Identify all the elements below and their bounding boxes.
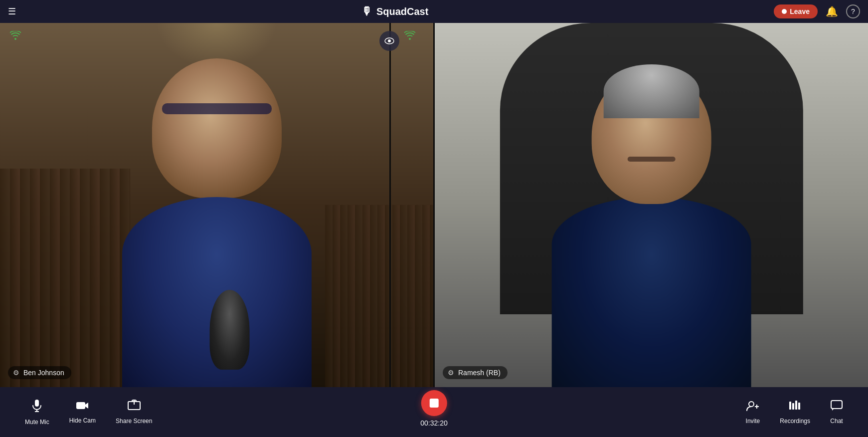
stop-recording-button[interactable] bbox=[421, 390, 447, 416]
name-badge-left: ⚙ Ben Johnson bbox=[8, 366, 71, 379]
logo-icon: 🎙 bbox=[361, 5, 372, 18]
recordings-button[interactable]: Recordings bbox=[770, 400, 820, 425]
svg-rect-5 bbox=[76, 402, 85, 409]
wifi-signal-right bbox=[404, 31, 415, 42]
svg-point-1 bbox=[388, 39, 391, 42]
body-right bbox=[551, 197, 751, 387]
bell-icon[interactable]: 🔔 bbox=[826, 5, 838, 17]
video-cell-right: ⚙ Ramesh (RB) bbox=[433, 23, 868, 387]
top-bar-right: Leave 🔔 ? bbox=[774, 4, 860, 18]
mic-icon bbox=[31, 399, 43, 416]
mute-mic-button[interactable]: Mute Mic bbox=[15, 399, 59, 426]
person-silhouette-left bbox=[21, 41, 411, 388]
video-cell-left: ⚙ Ben Johnson bbox=[0, 23, 433, 387]
video-divider bbox=[389, 23, 391, 387]
stop-icon bbox=[430, 399, 439, 408]
hide-cam-label: Hide Cam bbox=[69, 417, 96, 424]
recording-timer: 00:32:20 bbox=[420, 419, 448, 427]
cam-icon bbox=[75, 400, 89, 414]
mute-mic-label: Mute Mic bbox=[25, 419, 49, 426]
svg-point-8 bbox=[749, 402, 754, 407]
glasses-left bbox=[162, 103, 272, 114]
app-title-area: 🎙 SquadCast bbox=[361, 5, 428, 18]
share-screen-label: Share Screen bbox=[116, 418, 152, 425]
person-silhouette-right bbox=[467, 59, 836, 387]
leave-record-dot bbox=[782, 9, 787, 14]
svg-rect-11 bbox=[789, 402, 791, 410]
chat-button[interactable]: Chat bbox=[820, 400, 853, 425]
menu-icon[interactable]: ☰ bbox=[8, 6, 16, 17]
leave-label: Leave bbox=[790, 7, 810, 15]
invite-label: Invite bbox=[746, 418, 760, 425]
video-bg-right bbox=[435, 23, 868, 387]
mustache-right bbox=[627, 157, 675, 162]
video-bg-left bbox=[0, 23, 433, 387]
hair-right bbox=[603, 64, 699, 118]
top-bar: ☰ 🎙 SquadCast Leave 🔔 ? bbox=[0, 0, 868, 23]
top-bar-left: ☰ bbox=[8, 6, 16, 17]
video-grid: ⚙ Ben Johnson ⚙ bbox=[0, 23, 868, 387]
recordings-label: Recordings bbox=[780, 418, 810, 425]
svg-rect-14 bbox=[798, 403, 800, 410]
invite-button[interactable]: Invite bbox=[736, 400, 770, 425]
svg-rect-13 bbox=[795, 401, 797, 410]
help-icon[interactable]: ? bbox=[846, 4, 860, 18]
face-left bbox=[152, 58, 282, 198]
share-screen-button[interactable]: Share Screen bbox=[106, 400, 162, 425]
svg-rect-12 bbox=[792, 403, 794, 410]
app-title: SquadCast bbox=[376, 6, 428, 17]
svg-rect-2 bbox=[35, 400, 39, 407]
chat-label: Chat bbox=[830, 418, 843, 425]
share-icon bbox=[127, 400, 141, 415]
recordings-icon bbox=[788, 400, 802, 415]
invite-icon bbox=[746, 400, 760, 415]
eye-toggle-button[interactable] bbox=[379, 31, 399, 51]
svg-rect-15 bbox=[831, 401, 842, 409]
bottom-controls-left: Mute Mic Hide Cam Share Screen bbox=[15, 399, 676, 426]
microphone bbox=[209, 290, 249, 370]
face-right bbox=[591, 69, 711, 204]
gear-icon-left: ⚙ bbox=[13, 369, 19, 377]
hide-cam-button[interactable]: Hide Cam bbox=[59, 400, 106, 424]
leave-button[interactable]: Leave bbox=[774, 4, 818, 18]
wifi-signal-left bbox=[10, 31, 21, 42]
bottom-controls-right: Invite Recordings Chat bbox=[736, 400, 853, 425]
chat-icon bbox=[830, 400, 843, 415]
recording-controls: 00:32:20 bbox=[420, 390, 448, 427]
participant-name-left: Ben Johnson bbox=[23, 369, 64, 377]
gear-icon-right: ⚙ bbox=[448, 369, 454, 377]
